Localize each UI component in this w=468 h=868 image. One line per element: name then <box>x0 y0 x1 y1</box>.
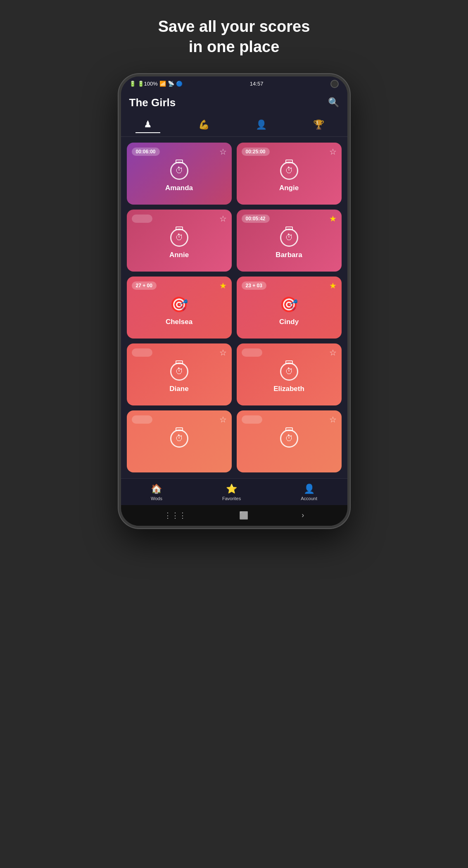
card-elizabeth[interactable]: ☆ ⏱ Elizabeth <box>237 343 342 405</box>
app-header: The Girls 🔍 <box>121 91 347 113</box>
stopwatch-icon-9: ⏱ <box>170 429 188 448</box>
name-barbara: Barbara <box>276 251 302 259</box>
bluetooth-icon: 🔵 <box>176 81 183 87</box>
stopwatch-icon-amanda: ⏱ <box>170 162 188 180</box>
badge-diane <box>132 348 152 357</box>
target-icon-chelsea: 🎯 <box>170 296 188 314</box>
signal-bars: 📶 <box>159 81 166 87</box>
card-angie[interactable]: 00:25:00 ☆ ⏱ Angie <box>237 143 342 205</box>
star-amanda[interactable]: ☆ <box>219 147 227 157</box>
tab-workout[interactable]: 💪 <box>190 117 218 133</box>
star-diane[interactable]: ☆ <box>219 348 227 358</box>
badge-barbara: 00:05:42 <box>242 215 270 223</box>
star-9[interactable]: ☆ <box>219 415 227 424</box>
name-angie: Angie <box>279 184 299 192</box>
badge-annie <box>132 215 152 223</box>
android-nav: ⋮⋮⋮ ⬜ › <box>121 505 347 526</box>
page-heading: Save all your scoresin one place <box>158 17 310 57</box>
stopwatch-icon-diane: ⏱ <box>170 362 188 381</box>
badge-9 <box>132 415 152 424</box>
name-cindy: Cindy <box>279 318 299 326</box>
status-left: 🔋 🔋100% 📶 📡 🔵 <box>129 81 183 87</box>
nav-tabs: ♟ 💪 👤 🏆 <box>121 113 347 137</box>
star-cindy[interactable]: ★ <box>329 281 337 291</box>
badge-elizabeth <box>242 348 262 357</box>
star-10[interactable]: ☆ <box>329 415 337 424</box>
account-icon: 👤 <box>304 484 315 494</box>
account-label: Account <box>301 496 317 501</box>
name-amanda: Amanda <box>165 184 193 192</box>
android-home[interactable]: ⬜ <box>239 511 248 520</box>
android-recents[interactable]: › <box>302 511 304 520</box>
wifi-icon: 📡 <box>168 81 174 87</box>
battery-text: 🔋100% <box>138 81 158 87</box>
status-time: 14:57 <box>250 81 264 87</box>
wods-label: Wods <box>151 496 162 501</box>
stopwatch-icon-10: ⏱ <box>280 429 298 448</box>
card-diane[interactable]: ☆ ⏱ Diane <box>127 343 232 405</box>
phone-shell: 🔋 🔋100% 📶 📡 🔵 14:57 The Girls 🔍 ♟ 💪 👤 🏆 … <box>119 74 350 528</box>
name-annie: Annie <box>169 251 189 259</box>
target-icon-cindy: 🎯 <box>280 296 298 314</box>
tab-person[interactable]: ♟ <box>135 117 160 133</box>
star-elizabeth[interactable]: ☆ <box>329 348 337 358</box>
badge-10 <box>242 415 262 424</box>
badge-angie: 00:25:00 <box>242 148 270 156</box>
stopwatch-icon-barbara: ⏱ <box>280 229 298 247</box>
camera-dot <box>330 80 339 88</box>
star-annie[interactable]: ☆ <box>219 214 227 224</box>
badge-amanda: 00:06:00 <box>132 148 160 156</box>
stopwatch-icon-angie: ⏱ <box>280 162 298 180</box>
app-title: The Girls <box>129 96 176 109</box>
name-elizabeth: Elizabeth <box>273 385 304 393</box>
search-button[interactable]: 🔍 <box>328 97 339 108</box>
card-barbara[interactable]: 00:05:42 ★ ⏱ Barbara <box>237 210 342 272</box>
nav-favorites[interactable]: ⭐ Favorites <box>222 484 241 501</box>
status-bar: 🔋 🔋100% 📶 📡 🔵 14:57 <box>121 76 347 91</box>
badge-cindy: 23 + 03 <box>242 281 266 290</box>
nav-wods[interactable]: 🏠 Wods <box>151 484 162 501</box>
card-chelsea[interactable]: 27 + 00 ★ 🎯 Chelsea <box>127 277 232 339</box>
card-9[interactable]: ☆ ⏱ <box>127 410 232 472</box>
name-diane: Diane <box>169 385 188 393</box>
stopwatch-icon-elizabeth: ⏱ <box>280 362 298 381</box>
badge-chelsea: 27 + 00 <box>132 281 157 290</box>
android-back[interactable]: ⋮⋮⋮ <box>164 511 186 520</box>
card-10[interactable]: ☆ ⏱ <box>237 410 342 472</box>
favorites-label: Favorites <box>222 496 241 501</box>
wods-icon: 🏠 <box>151 484 162 494</box>
tab-users[interactable]: 👤 <box>247 117 275 133</box>
card-cindy[interactable]: 23 + 03 ★ 🎯 Cindy <box>237 277 342 339</box>
card-annie[interactable]: ☆ ⏱ Annie <box>127 210 232 272</box>
name-chelsea: Chelsea <box>166 318 192 326</box>
star-chelsea[interactable]: ★ <box>219 281 227 291</box>
nav-account[interactable]: 👤 Account <box>301 484 317 501</box>
stopwatch-icon-annie: ⏱ <box>170 229 188 247</box>
tab-trophy[interactable]: 🏆 <box>305 117 333 133</box>
star-angie[interactable]: ☆ <box>329 147 337 157</box>
star-barbara[interactable]: ★ <box>329 214 337 224</box>
favorites-icon: ⭐ <box>226 484 237 494</box>
battery-icon: 🔋 <box>129 81 136 87</box>
bottom-nav: 🏠 Wods ⭐ Favorites 👤 Account <box>121 478 347 505</box>
workout-grid: 00:06:00 ☆ ⏱ Amanda 00:25:00 ☆ ⏱ Angie ☆… <box>121 137 347 478</box>
card-amanda[interactable]: 00:06:00 ☆ ⏱ Amanda <box>127 143 232 205</box>
